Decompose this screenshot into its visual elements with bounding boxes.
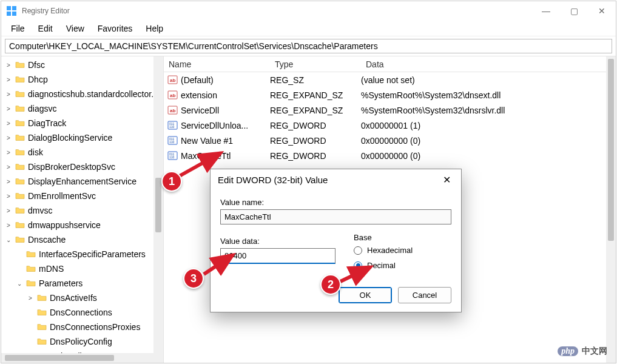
- titlebar[interactable]: Registry Editor — ▢ ✕: [1, 1, 616, 21]
- menu-favorites[interactable]: Favorites: [92, 22, 139, 35]
- tree-item[interactable]: >diagsvc: [1, 101, 163, 116]
- cell-type: REG_DWORD: [270, 121, 361, 130]
- annotation-bubble-3: 3: [183, 268, 204, 289]
- list-header[interactable]: Name Type Data: [164, 56, 616, 72]
- tree-twisty-icon[interactable]: ⌄: [4, 237, 13, 243]
- tree-item[interactable]: mDNS: [1, 261, 163, 276]
- tree-twisty-icon[interactable]: >: [4, 193, 13, 200]
- folder-icon: [15, 133, 25, 142]
- column-header-type[interactable]: Type: [270, 59, 361, 69]
- list-row[interactable]: (Default)REG_SZ(value not set): [164, 72, 616, 87]
- scroll-thumb[interactable]: [5, 355, 114, 361]
- tree-twisty-icon[interactable]: >: [4, 120, 13, 127]
- cell-type: REG_EXPAND_SZ: [270, 106, 361, 115]
- tree-twisty-icon[interactable]: >: [4, 222, 13, 229]
- cell-type: REG_DWORD: [270, 151, 361, 161]
- tree-twisty-icon[interactable]: >: [4, 178, 13, 185]
- cell-name: ServiceDllUnloa...: [180, 121, 270, 130]
- scroll-thumb[interactable]: [155, 178, 161, 232]
- reg-string-icon: [166, 75, 180, 85]
- reg-string-icon: [166, 90, 180, 100]
- close-icon: ✕: [443, 175, 451, 185]
- list-row[interactable]: ServiceDllUnloa...REG_DWORD0x00000001 (1…: [164, 118, 616, 133]
- tree-twisty-icon[interactable]: >: [4, 164, 13, 170]
- list-row[interactable]: ServiceDllREG_EXPAND_SZ%SystemRoot%\Syst…: [164, 103, 616, 118]
- column-header-name[interactable]: Name: [164, 59, 270, 69]
- address-input[interactable]: [5, 39, 612, 53]
- menu-view[interactable]: View: [60, 22, 90, 35]
- annotation-bubble-1: 1: [161, 171, 182, 192]
- minimize-button[interactable]: —: [532, 1, 560, 21]
- dialog-titlebar[interactable]: Edit DWORD (32-bit) Value ✕: [211, 169, 461, 190]
- tree-twisty-icon[interactable]: >: [4, 207, 13, 214]
- cell-type: REG_EXPAND_SZ: [270, 90, 361, 100]
- tree-twisty-icon[interactable]: >: [4, 135, 13, 141]
- maximize-button[interactable]: ▢: [560, 1, 588, 21]
- tree-item[interactable]: >dmwappushservice: [1, 218, 163, 232]
- value-name-input[interactable]: [220, 209, 451, 224]
- radio-hex-label: Hexadecimal: [367, 246, 413, 255]
- tree-twisty-icon[interactable]: >: [25, 295, 35, 302]
- tree-item-label: diagsvc: [28, 104, 56, 113]
- tree-twisty-icon[interactable]: >: [4, 76, 13, 83]
- watermark-cn: 中文网: [582, 346, 607, 357]
- tree-item-label: Dnscache: [28, 235, 66, 244]
- tree-item[interactable]: DnsConnectionsProxies: [1, 320, 163, 334]
- tree-twisty-icon[interactable]: >: [4, 91, 13, 98]
- tree-horizontal-scrollbar[interactable]: [1, 353, 163, 363]
- tree-item[interactable]: >DiagTrack: [1, 116, 163, 130]
- tree-item[interactable]: >diagnosticshub.standardcollector.s: [1, 87, 163, 101]
- tree-twisty-icon[interactable]: ⌄: [15, 280, 24, 287]
- tree-item[interactable]: >dmvsc: [1, 203, 163, 218]
- list-row[interactable]: MaxCacheTtlREG_DWORD0x00000000 (0): [164, 148, 616, 163]
- tree-twisty-icon[interactable]: >: [4, 149, 13, 156]
- tree-item[interactable]: InterfaceSpecificParameters: [1, 247, 163, 261]
- cell-data: 0x00000001 (1): [361, 121, 616, 130]
- column-header-data[interactable]: Data: [361, 59, 616, 69]
- tree-item[interactable]: >DnsActiveIfs: [1, 291, 163, 305]
- list-vertical-scrollbar[interactable]: [606, 56, 616, 363]
- tree-vertical-scrollbar[interactable]: [153, 56, 163, 353]
- tree-item[interactable]: >DialogBlockingService: [1, 130, 163, 145]
- dialog-close-button[interactable]: ✕: [439, 174, 454, 186]
- tree-item[interactable]: DnsConnections: [1, 305, 163, 320]
- tree-item[interactable]: >Dhcp: [1, 72, 163, 87]
- cell-type: REG_SZ: [270, 75, 361, 85]
- value-name-label: Value name:: [220, 198, 451, 207]
- folder-icon: [15, 119, 25, 127]
- radio-hexadecimal[interactable]: Hexadecimal: [354, 246, 451, 255]
- scroll-thumb[interactable]: [608, 59, 614, 241]
- tree-item[interactable]: >DmEnrollmentSvc: [1, 189, 163, 203]
- tree-twisty-icon[interactable]: >: [4, 106, 13, 112]
- minimize-icon: —: [542, 6, 550, 16]
- cancel-button[interactable]: Cancel: [398, 287, 451, 303]
- menu-edit[interactable]: Edit: [32, 22, 59, 35]
- ok-button[interactable]: OK: [339, 287, 392, 303]
- window-title: Registry Editor: [22, 7, 70, 15]
- list-row[interactable]: New Value #1REG_DWORD0x00000000 (0): [164, 133, 616, 148]
- dialog-title: Edit DWORD (32-bit) Value: [218, 175, 328, 185]
- list-row[interactable]: extensionREG_EXPAND_SZ%SystemRoot%\Syste…: [164, 87, 616, 103]
- tree-item[interactable]: >DispBrokerDesktopSvc: [1, 160, 163, 174]
- tree-item-label: Dfsc: [28, 60, 45, 70]
- tree-item-label: Dhcp: [28, 75, 48, 84]
- tree-twisty-icon[interactable]: >: [4, 62, 13, 69]
- folder-icon: [15, 90, 25, 98]
- tree-item-label: DmEnrollmentSvc: [28, 191, 96, 201]
- tree-item[interactable]: ⌄Parameters: [1, 276, 163, 291]
- close-button[interactable]: ✕: [588, 1, 616, 21]
- tree-item[interactable]: DnsPolicyConfig: [1, 334, 163, 349]
- folder-icon: [15, 148, 25, 157]
- tree-item[interactable]: >Dfsc: [1, 58, 163, 72]
- svg-rect-2: [7, 12, 11, 16]
- tree-item[interactable]: ⌄Dnscache: [1, 232, 163, 247]
- folder-icon: [25, 250, 36, 258]
- cell-data: 0x00000000 (0): [361, 151, 616, 161]
- tree-item[interactable]: >DisplayEnhancementService: [1, 174, 163, 189]
- tree-item[interactable]: >disk: [1, 145, 163, 160]
- radio-icon: [354, 246, 362, 255]
- annotation-bubble-2: 2: [320, 274, 341, 295]
- tree-panel[interactable]: >Dfsc>Dhcp>diagnosticshub.standardcollec…: [1, 56, 164, 363]
- menu-help[interactable]: Help: [140, 22, 169, 35]
- menu-file[interactable]: File: [5, 22, 31, 35]
